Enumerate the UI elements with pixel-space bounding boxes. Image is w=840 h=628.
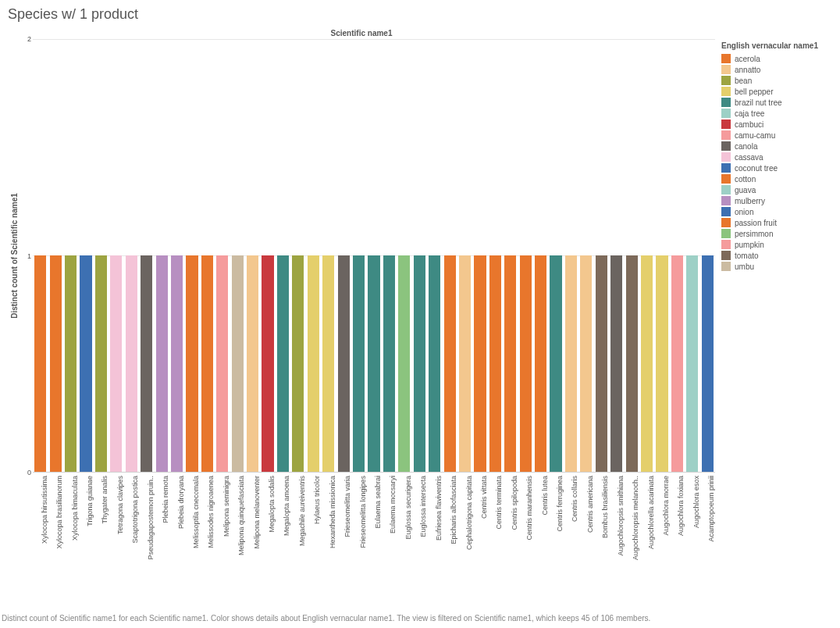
bar[interactable] — [656, 255, 667, 472]
bar[interactable] — [65, 255, 77, 472]
x-label-slot: Thygater analis — [94, 473, 109, 582]
bar[interactable] — [596, 255, 607, 472]
x-axis-tick-label: Plebeia droryana — [177, 476, 185, 529]
legend-item[interactable]: persimmon — [721, 228, 832, 239]
bar[interactable] — [474, 255, 486, 472]
bar[interactable] — [610, 255, 622, 472]
bar[interactable] — [126, 255, 137, 472]
bar[interactable] — [686, 255, 698, 472]
x-axis-tick-label: Euglossa securigera — [404, 476, 412, 540]
bar[interactable] — [247, 255, 258, 472]
bar[interactable] — [277, 255, 289, 472]
legend-swatch — [721, 76, 731, 85]
bar[interactable] — [398, 255, 410, 472]
bar[interactable] — [671, 255, 683, 472]
legend-item[interactable]: cotton — [721, 173, 832, 184]
bar-slot — [533, 39, 548, 472]
legend-swatch — [721, 109, 731, 118]
x-label-slot: Megalopta amoena — [276, 473, 290, 582]
bar[interactable] — [535, 255, 546, 472]
legend-item[interactable]: pumpkin — [721, 239, 832, 250]
bar-slot — [63, 39, 78, 472]
legend-label: tomato — [735, 252, 759, 260]
bar-slot — [78, 39, 93, 472]
legend-label: canola — [735, 142, 757, 151]
legend-item[interactable]: mulberry — [721, 195, 832, 206]
legend-swatch — [721, 141, 731, 151]
legend-item[interactable]: cassava — [721, 152, 832, 162]
legend-item[interactable]: cambuci — [721, 119, 832, 130]
bar-slot — [548, 39, 563, 472]
legend-item[interactable]: canola — [721, 141, 832, 152]
bar[interactable] — [338, 255, 350, 472]
legend-item[interactable]: coconut tree — [721, 162, 832, 173]
legend-item[interactable]: annatto — [721, 64, 832, 75]
x-axis-tick-label: Tetragona clavipes — [116, 476, 124, 534]
bar[interactable] — [34, 255, 46, 472]
legend-item[interactable]: bell pepper — [721, 86, 832, 97]
legend-item[interactable]: umbu — [721, 261, 832, 272]
x-axis-tick-label: Thygater analis — [101, 476, 109, 524]
bar[interactable] — [95, 255, 107, 472]
bar[interactable] — [171, 255, 183, 472]
bar[interactable] — [322, 255, 334, 472]
page-title: Species w/ 1 product — [0, 0, 840, 26]
bar[interactable] — [626, 255, 638, 472]
legend-swatch — [721, 218, 731, 227]
bar[interactable] — [414, 255, 425, 472]
bar[interactable] — [444, 255, 456, 472]
bar[interactable] — [156, 255, 168, 472]
bar[interactable] — [110, 255, 122, 472]
legend-label: pumpkin — [735, 241, 764, 249]
bar[interactable] — [489, 255, 501, 472]
bar[interactable] — [383, 255, 395, 472]
bar-slot — [397, 39, 411, 472]
bar[interactable] — [216, 255, 228, 472]
x-axis-tick-label: Hylaeus tricolor — [313, 476, 321, 524]
bar[interactable] — [550, 255, 561, 472]
bar[interactable] — [50, 255, 62, 472]
legend-item[interactable]: tomato — [721, 250, 832, 261]
legend-item[interactable]: guava — [721, 184, 832, 195]
legend-item[interactable]: onion — [721, 206, 832, 217]
legend-label: cotton — [735, 175, 756, 184]
bar[interactable] — [353, 255, 365, 472]
x-label-slot: Xylocopa brasilianorum — [48, 473, 62, 582]
bar[interactable] — [308, 255, 319, 472]
legend-item[interactable]: caja tree — [721, 108, 832, 119]
bar[interactable] — [232, 255, 244, 472]
bar[interactable] — [262, 255, 273, 472]
bar[interactable] — [702, 255, 714, 472]
bar-slot — [685, 39, 699, 472]
bar-slot — [442, 39, 457, 472]
bar[interactable] — [186, 255, 198, 472]
legend-item[interactable]: brazil nut tree — [721, 97, 832, 108]
x-label-slot: Melipona seminigra — [215, 473, 230, 582]
legend-label: passion fruit — [735, 219, 777, 227]
bar[interactable] — [520, 255, 532, 472]
y-axis-ticks: 012 — [20, 39, 33, 473]
bar[interactable] — [565, 255, 577, 472]
bar[interactable] — [141, 255, 152, 472]
legend-label: persimmon — [735, 230, 773, 238]
x-label-slot: Eulaema mocsaryi — [382, 473, 397, 582]
bar[interactable] — [459, 255, 471, 472]
bar[interactable] — [368, 255, 379, 472]
legend-item[interactable]: passion fruit — [721, 217, 832, 228]
bar-slot — [594, 39, 609, 472]
x-axis-labels: Xylocopa hirsutissimaXylocopa brasiliano… — [33, 473, 715, 582]
bar-slot — [290, 39, 305, 472]
legend-item[interactable]: camu-camu — [721, 130, 832, 141]
bar[interactable] — [641, 255, 653, 472]
legend-item[interactable]: acerola — [721, 53, 832, 64]
bar[interactable] — [292, 255, 304, 472]
bar[interactable] — [201, 255, 213, 472]
bar[interactable] — [580, 255, 592, 472]
legend-swatch — [721, 185, 731, 194]
legend-item[interactable]: bean — [721, 75, 832, 86]
x-label-slot: Plebeia remota — [154, 473, 169, 582]
legend-label: umbu — [735, 262, 754, 271]
bar[interactable] — [80, 255, 91, 472]
bar[interactable] — [429, 255, 440, 472]
bar[interactable] — [504, 255, 516, 472]
